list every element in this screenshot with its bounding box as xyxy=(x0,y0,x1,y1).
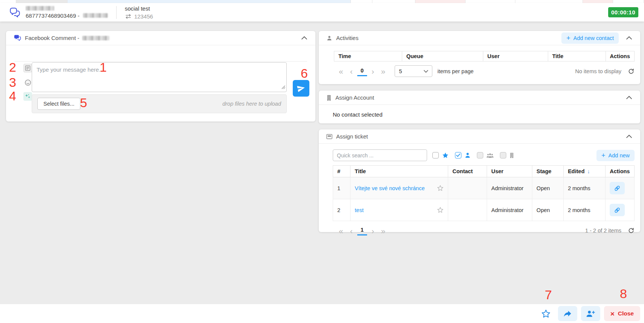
ai-assistant-button[interactable] xyxy=(23,92,32,101)
current-page[interactable]: 1 xyxy=(357,226,367,235)
browser-tab-segment xyxy=(68,0,351,3)
assign-ticket-panel: Assign ticket xyxy=(319,129,640,232)
first-page-icon[interactable]: « xyxy=(335,67,347,75)
sparkles-icon xyxy=(25,93,31,100)
annotation-4: 4 xyxy=(9,89,16,103)
person-add-icon xyxy=(586,309,595,318)
refresh-icon xyxy=(628,68,635,75)
add-new-contact-button[interactable]: + Add new contact xyxy=(561,32,619,44)
ticket-stage: Open xyxy=(532,199,564,221)
ticket-edited: 2 months xyxy=(564,177,606,199)
account-tickets-checkbox[interactable] xyxy=(500,152,506,158)
ticket-title-link[interactable]: Vítejte ve své nové schránce xyxy=(355,185,424,191)
favorite-ticket-button[interactable] xyxy=(437,207,444,213)
link-ticket-button[interactable] xyxy=(610,182,625,194)
team-tickets-checkbox[interactable] xyxy=(477,152,483,158)
select-files-button[interactable]: Select files... xyxy=(37,98,80,110)
column-header-user[interactable]: User xyxy=(483,51,548,62)
plus-icon: + xyxy=(601,152,606,159)
plus-icon: + xyxy=(566,35,570,42)
facebook-comment-panel: Facebook Comment - xyxy=(6,31,315,122)
group-icon xyxy=(486,152,494,158)
assign-account-title: Assign Account xyxy=(335,94,374,101)
forward-button[interactable] xyxy=(558,306,577,321)
panel-title: Facebook Comment - xyxy=(25,35,79,41)
assign-ticket-title: Assign ticket xyxy=(336,133,368,140)
drop-files-hint: drop files here to upload xyxy=(222,101,281,107)
next-page-icon[interactable]: › xyxy=(368,227,378,235)
annotation-1: 1 xyxy=(100,60,107,74)
prev-page-icon[interactable]: ‹ xyxy=(347,227,356,235)
column-header-title[interactable]: Title xyxy=(548,51,606,62)
session-timer: 00:00:10 xyxy=(608,7,638,17)
check-icon xyxy=(456,154,460,157)
canned-responses-button[interactable] xyxy=(23,64,32,72)
filter-my-tickets[interactable] xyxy=(455,152,471,158)
collapse-facebook-panel-button[interactable] xyxy=(301,34,308,42)
favorites-checkbox[interactable] xyxy=(432,152,439,158)
annotation-5: 5 xyxy=(80,96,87,110)
transfer-arrows-icon xyxy=(125,14,132,19)
template-icon xyxy=(25,65,31,71)
filter-account-tickets[interactable] xyxy=(500,152,514,158)
favorite-session-button[interactable] xyxy=(539,307,553,320)
prev-page-icon[interactable]: ‹ xyxy=(347,67,356,75)
column-header-num[interactable]: # xyxy=(333,166,350,177)
building-small-icon xyxy=(509,152,514,158)
add-new-ticket-button[interactable]: + Add new xyxy=(596,150,635,161)
collapse-ticket-button[interactable] xyxy=(626,132,633,141)
my-tickets-checkbox[interactable] xyxy=(455,152,461,158)
column-header-title[interactable]: Title xyxy=(350,166,448,177)
send-button[interactable] xyxy=(293,80,309,97)
message-input[interactable] xyxy=(32,62,287,92)
ticket-title-link[interactable]: test xyxy=(355,207,363,213)
favorite-ticket-button[interactable] xyxy=(437,185,444,191)
filter-team-tickets[interactable] xyxy=(477,152,494,158)
column-header-stage[interactable]: Stage xyxy=(532,166,564,177)
queue-name: social test xyxy=(125,5,153,12)
column-header-contact[interactable]: Contact xyxy=(448,166,487,177)
building-icon xyxy=(326,95,332,101)
quick-search-input[interactable] xyxy=(333,149,427,161)
browser-tab-segment xyxy=(415,0,466,3)
browser-tab-segment xyxy=(583,0,613,3)
sort-desc-icon: ↓ xyxy=(587,168,590,174)
chat-bubbles-icon xyxy=(9,7,21,18)
column-header-edited[interactable]: Edited↓ xyxy=(564,166,606,177)
activities-panel: Activities + Add new contact Time Queue … xyxy=(319,31,640,84)
last-page-icon[interactable]: » xyxy=(378,227,389,235)
link-ticket-button[interactable] xyxy=(610,204,625,216)
activities-pager: « ‹ 0 › » 5 items per page No items to d… xyxy=(319,62,640,77)
ticket-row: 2 test Administrator Open 2 months xyxy=(333,199,635,221)
top-tab-strip xyxy=(0,0,644,3)
items-per-page-label: items per page xyxy=(437,68,473,74)
collapse-activities-button[interactable] xyxy=(626,34,633,42)
action-footer: × Close xyxy=(0,304,644,323)
last-page-icon[interactable]: » xyxy=(378,67,389,75)
refresh-activities-button[interactable] xyxy=(628,68,635,75)
browser-tab-segment xyxy=(372,0,415,3)
ticket-num: 1 xyxy=(333,177,350,199)
browser-tab-segment xyxy=(613,0,644,3)
browser-tab-segment xyxy=(466,0,515,3)
ticket-num: 2 xyxy=(333,199,350,221)
chevron-up-icon xyxy=(626,95,632,100)
collapse-account-button[interactable] xyxy=(626,93,633,102)
column-header-time[interactable]: Time xyxy=(334,51,402,62)
refresh-tickets-button[interactable] xyxy=(628,227,635,234)
page-size-select[interactable]: 5 xyxy=(395,65,432,77)
first-page-icon[interactable]: « xyxy=(335,227,347,235)
chevron-up-icon xyxy=(626,134,632,139)
current-page[interactable]: 0 xyxy=(357,66,367,76)
next-page-icon[interactable]: › xyxy=(368,67,378,75)
column-header-queue[interactable]: Queue xyxy=(402,51,483,62)
chevron-down-icon xyxy=(424,70,428,73)
refresh-icon xyxy=(628,227,635,234)
column-header-actions: Actions xyxy=(606,51,634,62)
add-contact-button[interactable] xyxy=(581,306,600,321)
filter-favorites[interactable] xyxy=(432,152,449,159)
file-drop-zone[interactable]: Select files... drop files here to uploa… xyxy=(32,94,287,113)
emoji-picker-button[interactable] xyxy=(23,78,32,87)
close-button[interactable]: × Close xyxy=(604,306,640,321)
column-header-user[interactable]: User xyxy=(487,166,532,177)
